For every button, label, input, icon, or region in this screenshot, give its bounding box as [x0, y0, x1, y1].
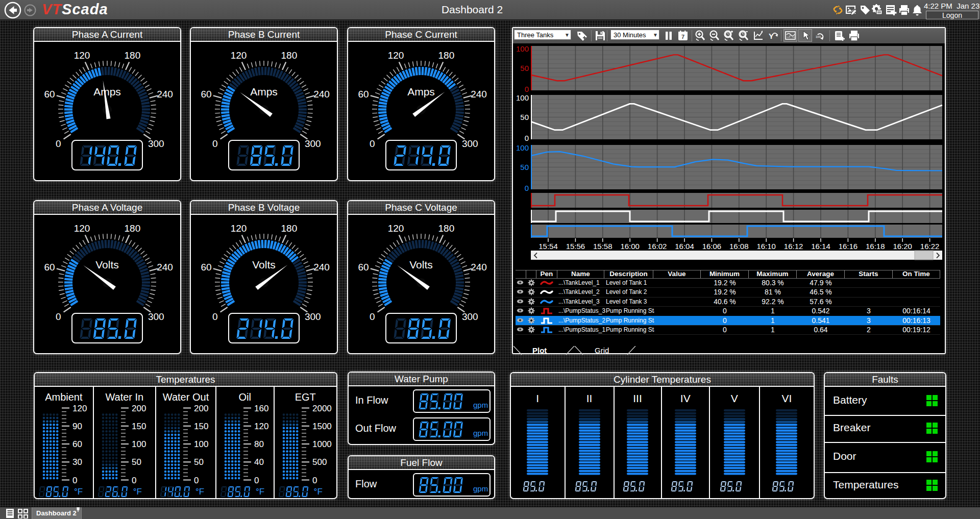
- svg-text:180: 180: [281, 50, 298, 61]
- svg-text:30: 30: [72, 457, 82, 467]
- svg-text:50: 50: [520, 163, 529, 171]
- svg-text:240: 240: [471, 89, 487, 100]
- svg-text:Volts: Volts: [95, 259, 119, 270]
- svg-text:16:20: 16:20: [893, 242, 912, 251]
- svg-text:100: 100: [194, 439, 208, 449]
- svg-text:240: 240: [157, 262, 173, 273]
- svg-text:240: 240: [471, 262, 487, 273]
- svg-text:160: 160: [254, 404, 268, 413]
- svg-text:16:18: 16:18: [866, 242, 885, 251]
- svg-text:60: 60: [358, 262, 369, 273]
- svg-text:1000: 1000: [312, 439, 332, 449]
- svg-text:200: 200: [132, 404, 146, 413]
- svg-text:100: 100: [516, 44, 529, 53]
- svg-text:0: 0: [525, 134, 529, 142]
- svg-text:Amps: Amps: [93, 86, 121, 97]
- svg-text:Y: Y: [769, 32, 774, 40]
- svg-text:100: 100: [516, 143, 529, 152]
- svg-text:500: 500: [312, 457, 327, 467]
- svg-text:120: 120: [231, 50, 247, 61]
- svg-text:150: 150: [194, 422, 208, 431]
- svg-text:16:04: 16:04: [675, 242, 694, 251]
- svg-text:60: 60: [72, 439, 82, 449]
- svg-text:15:54: 15:54: [538, 242, 558, 251]
- svg-text:90: 90: [72, 422, 82, 431]
- svg-text:300: 300: [148, 311, 164, 322]
- svg-text:0: 0: [254, 476, 259, 485]
- svg-text:Grid: Grid: [595, 346, 609, 355]
- svg-text:120: 120: [254, 422, 268, 431]
- svg-text:60: 60: [44, 262, 55, 273]
- svg-text:60: 60: [44, 89, 55, 100]
- svg-text:180: 180: [438, 50, 455, 61]
- svg-text:0: 0: [212, 311, 218, 322]
- svg-text:50: 50: [520, 113, 529, 121]
- svg-text:100: 100: [132, 439, 146, 449]
- svg-text:300: 300: [148, 138, 164, 149]
- svg-text:60: 60: [201, 262, 211, 273]
- svg-text:100: 100: [816, 35, 821, 38]
- svg-text:50: 50: [132, 457, 141, 467]
- svg-text:300: 300: [462, 138, 478, 149]
- svg-text:15:56: 15:56: [566, 242, 585, 251]
- svg-text:120: 120: [231, 223, 247, 234]
- svg-text:120: 120: [388, 223, 404, 234]
- svg-text:200: 200: [194, 404, 208, 413]
- svg-text:240: 240: [313, 89, 330, 100]
- svg-text:16:06: 16:06: [702, 242, 722, 251]
- svg-text:7: 7: [681, 34, 684, 40]
- svg-text:60: 60: [358, 89, 369, 100]
- svg-text:0: 0: [56, 138, 61, 149]
- svg-text:2000: 2000: [312, 404, 332, 413]
- svg-text:300: 300: [462, 311, 478, 322]
- svg-text:0: 0: [212, 138, 218, 149]
- svg-text:0: 0: [370, 311, 375, 322]
- svg-text:Volts: Volts: [409, 259, 433, 270]
- svg-text:0: 0: [194, 476, 199, 485]
- svg-text:180: 180: [125, 50, 141, 61]
- svg-text:50: 50: [520, 64, 529, 72]
- svg-text:Plot: Plot: [532, 346, 547, 355]
- svg-text:16:00: 16:00: [620, 242, 640, 251]
- svg-text:Amps: Amps: [250, 86, 278, 97]
- svg-text:Amps: Amps: [407, 86, 435, 97]
- svg-text:16:22: 16:22: [920, 242, 940, 251]
- svg-text:1500: 1500: [312, 422, 332, 431]
- svg-text:120: 120: [74, 223, 90, 234]
- svg-text:0: 0: [132, 476, 136, 485]
- svg-text:240: 240: [313, 262, 330, 273]
- svg-text:15:58: 15:58: [593, 242, 612, 251]
- svg-text:180: 180: [125, 223, 141, 234]
- svg-text:16:12: 16:12: [784, 242, 803, 251]
- svg-text:180: 180: [281, 223, 298, 234]
- svg-text:Volts: Volts: [252, 259, 276, 270]
- svg-text:0: 0: [525, 184, 529, 192]
- svg-text:16:08: 16:08: [729, 242, 749, 251]
- svg-text:120: 120: [388, 50, 404, 61]
- svg-text:16:16: 16:16: [839, 242, 858, 251]
- svg-text:0: 0: [56, 311, 61, 322]
- svg-text:16:10: 16:10: [756, 242, 776, 251]
- svg-text:180: 180: [438, 223, 455, 234]
- svg-text:16:02: 16:02: [648, 242, 667, 251]
- svg-text:300: 300: [305, 311, 321, 322]
- svg-text:50: 50: [194, 457, 204, 467]
- svg-text:150: 150: [132, 422, 146, 431]
- svg-text:60: 60: [201, 89, 211, 100]
- svg-text:0: 0: [525, 85, 529, 93]
- svg-text:40: 40: [254, 457, 264, 467]
- svg-text:240: 240: [157, 89, 173, 100]
- svg-text:100: 100: [516, 93, 529, 102]
- svg-text:0: 0: [72, 476, 77, 485]
- svg-text:0: 0: [312, 476, 317, 485]
- svg-text:0: 0: [370, 138, 375, 149]
- svg-text:120: 120: [74, 50, 90, 61]
- svg-text:80: 80: [254, 439, 264, 449]
- svg-text:120: 120: [72, 404, 87, 413]
- svg-text:300: 300: [305, 138, 321, 149]
- svg-text:16:14: 16:14: [811, 242, 830, 251]
